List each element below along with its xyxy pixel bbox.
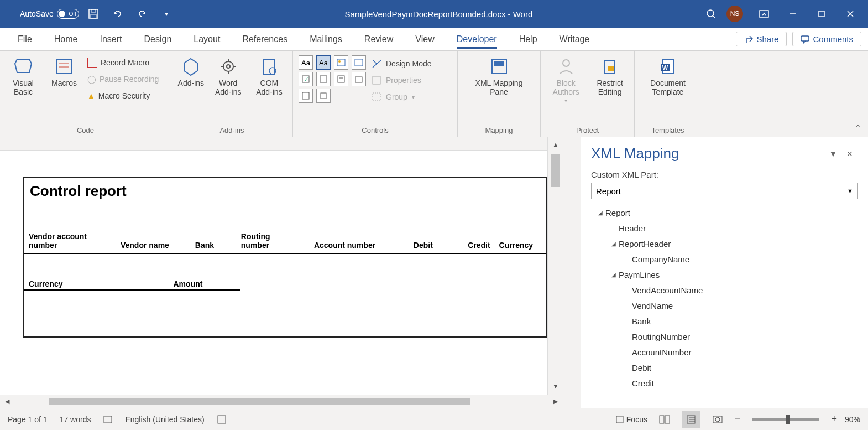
qat-customize-icon[interactable]: ▾ (156, 4, 176, 24)
macro-security-button[interactable]: ▲Macro Security (87, 89, 159, 103)
word-addins-button[interactable]: Word Add-ins (211, 53, 246, 96)
tab-insert[interactable]: Insert (88, 28, 133, 51)
tree-node-companyname[interactable]: CompanyName (591, 251, 858, 267)
com-addins-button[interactable]: COM Add-ins (252, 53, 287, 96)
search-icon[interactable] (701, 4, 721, 24)
legacy-tools-icon[interactable] (316, 89, 331, 103)
focus-mode-button[interactable]: Focus (615, 415, 647, 424)
tree-node-bank[interactable]: Bank (591, 313, 858, 329)
tab-references[interactable]: References (231, 28, 299, 51)
rich-text-control-icon[interactable]: Aa (299, 55, 313, 70)
minimize-icon[interactable] (780, 5, 806, 23)
tab-view[interactable]: View (404, 28, 445, 51)
xml-mapping-button[interactable]: XML Mapping Pane (466, 53, 532, 96)
col-routing: Routing number (237, 230, 300, 253)
restrict-editing-button[interactable]: Restrict Editing (591, 53, 629, 96)
svg-rect-38 (608, 66, 614, 71)
custom-xml-select[interactable]: Report ▼ (591, 183, 858, 199)
language-indicator[interactable]: English (United States) (125, 415, 204, 424)
autosave-control[interactable]: AutoSave Off (20, 9, 79, 19)
redo-icon[interactable] (132, 4, 152, 24)
tab-design[interactable]: Design (133, 28, 182, 51)
tree-node-paymlines[interactable]: ◢PaymLines (591, 267, 858, 282)
picture-control-icon[interactable] (334, 55, 348, 70)
document-template-button[interactable]: W Document Template (640, 53, 696, 96)
maximize-icon[interactable] (808, 5, 835, 23)
design-mode-button[interactable]: Design Mode (372, 56, 432, 71)
visual-basic-button[interactable]: Visual Basic (6, 53, 41, 96)
tab-layout[interactable]: Layout (182, 28, 231, 51)
tree-node-debit[interactable]: Debit (591, 360, 858, 375)
undo-icon[interactable] (108, 4, 128, 24)
col-debit: Debit (380, 230, 437, 253)
checkbox-control-icon[interactable] (299, 72, 313, 86)
tab-help[interactable]: Help (508, 28, 548, 51)
window-title: SampleVendPaymDocReportBounded.docx - Wo… (176, 9, 701, 19)
com-addins-icon (258, 55, 280, 77)
warning-icon: ▲ (87, 91, 95, 100)
building-block-control-icon[interactable] (352, 55, 366, 70)
ribbon-display-icon[interactable] (751, 5, 777, 23)
scroll-down-icon[interactable]: ▼ (548, 379, 563, 393)
dropdown-control-icon[interactable] (334, 72, 348, 86)
macros-button[interactable]: Macros (46, 53, 82, 87)
tab-review[interactable]: Review (353, 28, 404, 51)
horizontal-scrollbar[interactable]: ◀ ▶ (0, 395, 563, 408)
record-macro-button[interactable]: Record Macro (87, 55, 159, 70)
proofing-icon[interactable] (103, 415, 113, 424)
tree-node-routingnumber[interactable]: RoutingNumber (591, 329, 858, 344)
pane-close-icon[interactable]: ✕ (841, 146, 858, 162)
pane-splitter[interactable] (563, 137, 581, 408)
zoom-in-button[interactable]: + (831, 413, 837, 425)
share-button[interactable]: Share (736, 32, 787, 46)
macro-indicator-icon[interactable] (217, 415, 227, 424)
plain-text-control-icon[interactable]: Aa (316, 55, 331, 70)
vertical-scrollbar[interactable]: ▲ ▼ (547, 137, 563, 408)
svg-rect-29 (355, 77, 362, 82)
autosave-state: Off (69, 11, 76, 17)
tab-writage[interactable]: Writage (548, 28, 601, 51)
page-indicator[interactable]: Page 1 of 1 (8, 415, 48, 424)
hscroll-thumb[interactable] (49, 398, 470, 405)
tree-node-credit[interactable]: Credit (591, 375, 858, 391)
tree-node-vendname[interactable]: VendName (591, 298, 858, 313)
tree-node-report[interactable]: ◢Report (591, 205, 858, 220)
zoom-out-button[interactable]: − (735, 413, 741, 425)
tree-node-vendaccountname[interactable]: VendAccountName (591, 282, 858, 298)
zoom-slider[interactable] (752, 418, 819, 421)
read-mode-icon[interactable] (655, 411, 674, 428)
tree-node-accountnumber[interactable]: AccountNumber (591, 344, 858, 360)
svg-rect-30 (302, 92, 309, 99)
print-layout-icon[interactable] (682, 411, 700, 428)
scroll-thumb[interactable] (551, 154, 560, 187)
save-icon[interactable] (83, 4, 103, 24)
tree-node-header[interactable]: Header (591, 220, 858, 236)
scroll-up-icon[interactable]: ▲ (548, 137, 563, 152)
repeating-section-icon[interactable] (299, 89, 313, 103)
pane-options-icon[interactable]: ▼ (825, 146, 841, 162)
datepicker-control-icon[interactable] (352, 72, 366, 86)
autosave-toggle[interactable]: Off (57, 9, 79, 19)
scroll-left-icon[interactable]: ◀ (0, 398, 14, 405)
addins-button[interactable]: Add-ins (177, 53, 205, 87)
tab-home[interactable]: Home (43, 28, 89, 51)
zoom-level[interactable]: 90% (845, 415, 860, 424)
svg-point-3 (707, 10, 714, 17)
document-canvas[interactable]: Control report Vendor account number Ven… (0, 137, 563, 408)
combobox-control-icon[interactable] (316, 72, 331, 86)
word-count[interactable]: 17 words (60, 415, 91, 424)
close-icon[interactable] (837, 5, 864, 23)
tab-file[interactable]: File (7, 28, 43, 51)
user-avatar[interactable]: NS (726, 6, 743, 22)
collapse-ribbon-icon[interactable]: ⌃ (855, 123, 861, 132)
svg-rect-43 (218, 416, 226, 423)
tab-developer[interactable]: Developer (446, 28, 508, 51)
svg-point-52 (715, 417, 720, 422)
tree-node-reportheader[interactable]: ◢ReportHeader (591, 236, 858, 251)
comments-button[interactable]: Comments (792, 32, 861, 46)
document-page[interactable]: Control report Vendor account number Ven… (23, 177, 547, 338)
autosave-label: AutoSave (20, 9, 54, 18)
web-layout-icon[interactable] (708, 411, 727, 428)
tab-mailings[interactable]: Mailings (299, 28, 353, 51)
scroll-right-icon[interactable]: ▶ (548, 398, 563, 405)
